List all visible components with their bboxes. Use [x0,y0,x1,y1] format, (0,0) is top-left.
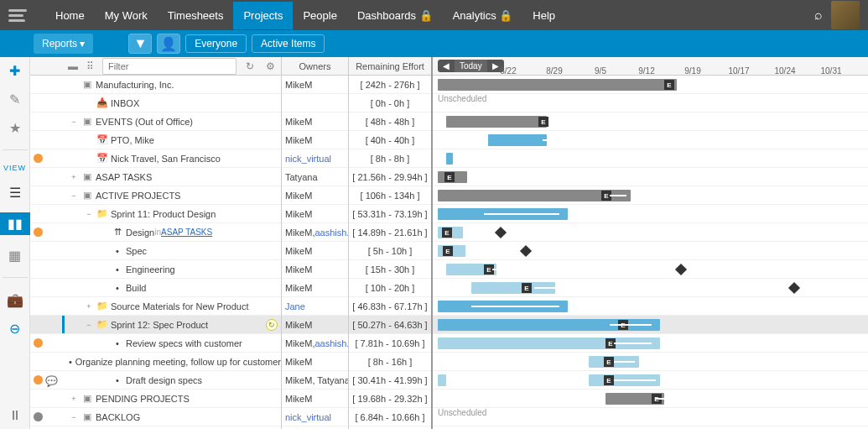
expander-icon[interactable]: − [69,191,79,200]
tree-row[interactable]: −📁Sprint 11: Product Design [30,205,281,223]
pause-icon[interactable]: ⏸ [7,407,23,424]
dot-icon: • [112,245,123,257]
dot-icon: • [68,356,73,368]
minus-icon[interactable]: ⊖ [7,320,23,337]
star-icon[interactable]: ★ [7,119,23,136]
nav-my-work[interactable]: My Work [95,2,158,29]
expander-icon[interactable]: + [69,395,79,403]
gantt-bar[interactable]: E [438,319,660,331]
active-items-button[interactable]: Active Items [252,34,325,53]
gantt-bar[interactable] [438,374,446,386]
gantt-bar[interactable]: E [438,337,660,349]
today-control[interactable]: ◀ Today ▶ [438,60,504,72]
tree-row[interactable]: +▣PENDING PROJECTS [30,390,281,408]
edit-icon[interactable]: ✎ [7,91,23,107]
gantt-bar[interactable] [488,134,547,146]
add-icon[interactable]: ✚ [7,62,23,79]
owners-header: Owners [282,57,348,76]
gantt-bar[interactable] [438,208,568,220]
tree-row[interactable]: −▣ACTIVE PROJECTS [30,186,281,205]
tree-row[interactable]: •Build [30,279,281,297]
effort-cell: [ 8h - 8h ] [349,149,431,168]
gantt-bar[interactable] [446,153,453,165]
tree-row[interactable]: −📁Sprint 12: Spec Product↻ [30,316,281,334]
grid-view-icon[interactable]: ▦ [7,247,23,264]
effort-cell: [ 15h - 30h ] [349,260,431,279]
nav-people[interactable]: People [293,2,346,29]
gantt-bar[interactable]: E [446,264,496,275]
gantt-bar[interactable]: E [589,374,660,386]
nav-projects[interactable]: Projects [233,2,293,29]
expander-icon[interactable]: + [69,173,79,181]
expander-icon[interactable]: − [69,118,79,126]
tree-row[interactable]: 📥INBOX [30,94,281,112]
tree-row[interactable]: +📁Source Materials for New Product [30,297,281,316]
everyone-button[interactable]: Everyone [185,34,247,53]
tree-row[interactable]: 📅Nick Travel, San Francisco [30,149,281,168]
collapse-icon[interactable]: ▬ [65,59,81,74]
nav-dashboards[interactable]: Dashboards 🔒 [347,2,443,29]
tree-row[interactable]: •Engineering [30,260,281,279]
gantt-bar[interactable]: E [438,79,677,91]
nav-timesheets[interactable]: Timesheets [158,2,234,29]
reports-button[interactable]: Reports ▾ [34,34,93,54]
gantt-row: E [433,390,868,408]
gantt-bar[interactable]: E [471,282,555,294]
app-logo-icon[interactable] [8,5,29,25]
owner-cell: MikeM [282,353,348,371]
hierarchy-icon[interactable]: ⠿ [82,59,97,74]
tree-row[interactable]: 💬•Draft design specs [30,371,281,390]
filter-input[interactable] [102,58,236,75]
owner-cell: nick_virtual [282,149,348,168]
tree-row[interactable]: •Review specs with customer [30,334,281,353]
gantt-bar[interactable]: E [438,171,467,183]
gantt-bar[interactable]: E [589,356,639,368]
nav-home[interactable]: Home [45,2,95,29]
dot-icon: • [112,282,123,294]
tree-row[interactable]: +▣ASAP TASKS [30,168,281,186]
tree-row[interactable]: ⇈Design in ASAP TASKS [30,223,281,242]
milestone-icon[interactable] [788,282,800,294]
gantt-bar[interactable]: E [438,245,465,257]
gantt-bar[interactable]: E [438,190,631,201]
tree-row[interactable]: ▣Manufacturing, Inc. [30,76,281,94]
comment-icon[interactable]: 💬 [45,375,58,387]
today-button[interactable]: Today [455,60,487,72]
nav-analytics[interactable]: Analytics 🔒 [443,2,523,29]
expander-icon[interactable]: + [84,302,94,311]
prev-icon[interactable]: ◀ [438,60,455,72]
search-icon[interactable]: ⌕ [814,8,823,23]
nav-help[interactable]: Help [522,2,565,29]
gantt-bar[interactable]: E [446,116,547,128]
refresh-badge-icon[interactable]: ↻ [266,319,278,331]
filter-icon-button[interactable]: ▼ [128,34,152,54]
expander-icon[interactable]: − [69,413,79,421]
gantt-bar[interactable] [438,301,568,312]
refresh-icon[interactable]: ↻ [242,59,257,74]
gantt-row: E [433,112,868,131]
list-view-icon[interactable]: ☰ [7,184,23,201]
expander-icon[interactable]: − [84,210,94,218]
tree-row[interactable]: 📅PTO, Mike [30,131,281,149]
tree-header: ▬ ⠿ ↻ ⚙ [30,57,281,76]
gear-icon[interactable]: ⚙ [262,59,278,74]
person-icon-button[interactable]: 👤 [157,34,180,54]
tree-row[interactable]: •Organize planning meeting, follow up fo… [30,353,281,371]
tree-row[interactable]: •Spec [30,242,281,260]
gantt-row: E [433,186,868,205]
parent-link[interactable]: ASAP TASKS [161,228,212,237]
briefcase-icon[interactable]: 💼 [7,291,23,308]
milestone-icon[interactable] [675,264,687,275]
date-tick: 10/31 [820,66,841,76]
up-icon: ⇈ [112,227,123,238]
gantt-bar[interactable]: E [606,393,664,405]
gantt-view-icon[interactable]: ▮▮ [0,212,30,235]
avatar[interactable] [831,1,860,29]
folder-blue-icon: 📁 [96,301,108,312]
milestone-icon[interactable] [520,245,532,257]
milestone-icon[interactable] [495,227,507,238]
tree-row[interactable]: −▣EVENTS (Out of Office) [30,112,281,131]
expander-icon[interactable]: − [84,321,94,329]
gantt-bar[interactable]: E [438,227,463,238]
tree-row[interactable]: −▣BACKLOG [30,408,281,426]
